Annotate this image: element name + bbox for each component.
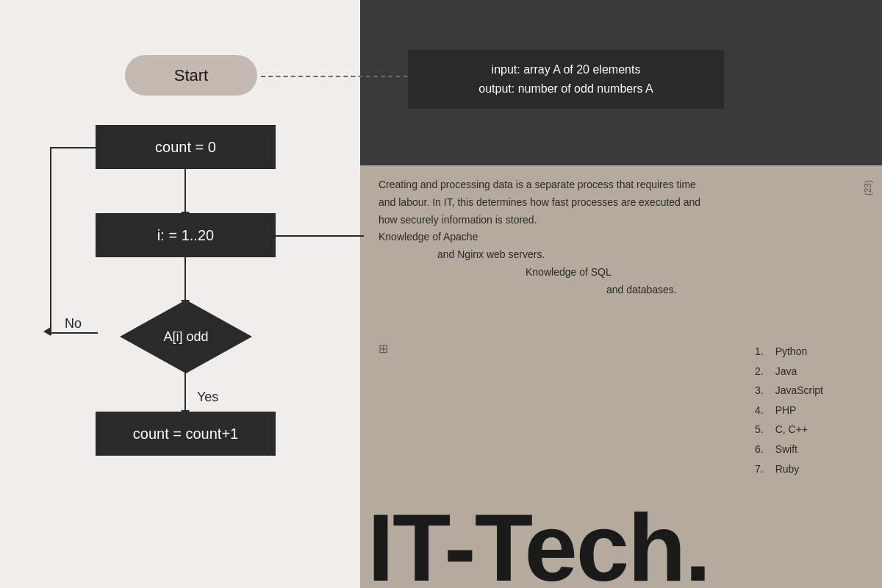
diamond-label: A[i] odd [163,329,208,344]
decision-diamond: A[i] odd [120,300,252,373]
count-plus-box: count = count+1 [96,412,276,456]
language-item: 1.Python [749,342,823,362]
loop-horiz-line [276,235,364,237]
no-arrow-line [50,332,98,334]
language-name: C, C++ [775,420,808,440]
hash-symbol: ⊞ [379,342,388,356]
language-number: 3. [749,381,764,401]
description-box: input: array A of 20 elements output: nu… [408,50,724,109]
count-plus-label: count = count+1 [133,426,238,442]
language-list: 1.Python2.Java3.JavaScript4.PHP5.C, C++6… [749,342,823,478]
start-label: Start [174,66,208,85]
loop-right-arrowhead [96,143,103,151]
desc-text-line7: and databases. [379,282,849,299]
desc-text-line6: Knowledge of SQL [379,264,849,282]
dashed-connector-line [261,76,423,77]
language-name: Java [775,362,797,381]
language-number: 4. [749,401,764,420]
desc-text-line5: and Nginx web servers. [379,246,849,264]
description-text-block: Creating and processing data is a separa… [379,176,849,299]
loop-box: i: = 1..20 [96,213,276,257]
language-name: Swift [775,440,797,459]
desc-text-line4: Knowledge of Apache [379,229,849,246]
no-arrowhead [43,327,51,336]
desc-text-line1: Creating and processing data is a separa… [379,176,849,194]
loop-back-horizontal [50,147,98,148]
language-number: 1. [749,342,764,362]
language-name: Python [775,342,808,362]
language-number: 6. [749,440,764,459]
language-name: Ruby [775,459,800,479]
diamond-container: A[i] odd [96,294,276,379]
desc-line2: output: number of odd numbers A [478,79,653,98]
big-title: IT-Tech. [368,500,710,588]
language-item: 2.Java [749,362,823,381]
language-item: 4.PHP [749,401,823,420]
language-name: PHP [775,401,797,420]
language-item: 3.JavaScript [749,381,823,401]
language-name: JavaScript [775,381,823,401]
count-zero-label: count = 0 [155,139,216,156]
loop-label: i: = 1..20 [157,227,214,244]
start-box: Start [125,55,257,96]
right-panel-content: (23) Creating and processing data is a s… [360,165,882,588]
desc-text-line3: how securely information is stored. [379,212,849,229]
language-item: 5.C, C++ [749,420,823,440]
no-label: No [65,316,82,331]
language-item: 7.Ruby [749,459,823,479]
loop-back-vertical [50,147,51,335]
arrow-start-to-count [184,169,186,213]
desc-text-line2: and labour. In IT, this determines how f… [379,194,849,212]
language-number: 7. [749,459,764,479]
yes-label: Yes [197,390,218,405]
desc-line1: input: array A of 20 elements [492,60,641,79]
count-zero-box: count = 0 [96,125,276,169]
language-number: 2. [749,362,764,381]
language-item: 6.Swift [749,440,823,459]
page-number: (23) [863,180,873,196]
language-number: 5. [749,420,764,440]
